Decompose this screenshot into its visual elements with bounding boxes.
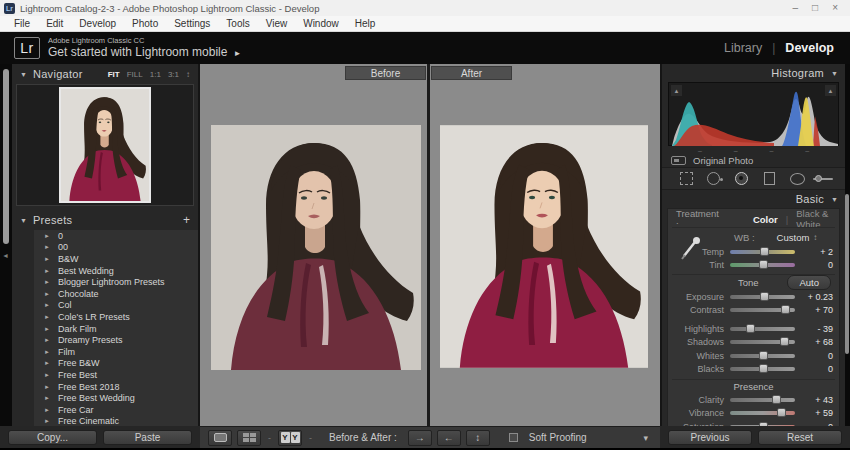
crop-overlay-tool[interactable] <box>674 170 698 188</box>
temp-slider[interactable] <box>730 250 795 254</box>
shadows-slider[interactable] <box>730 340 795 344</box>
preset-item[interactable]: ► Free Best Wedding <box>34 392 198 404</box>
preset-item[interactable]: ► Free Best <box>34 369 198 381</box>
highlights-slider[interactable] <box>730 327 795 331</box>
previous-button[interactable]: Previous <box>668 430 752 445</box>
menu-item[interactable]: Edit <box>38 18 71 29</box>
preset-item[interactable]: ► Cole's LR Presets <box>34 311 198 323</box>
compare-view: Before After <box>200 64 660 426</box>
right-scrollbar[interactable] <box>845 194 849 354</box>
soft-proofing-label: Soft Proofing <box>529 432 587 443</box>
bottom-bar: Copy... Paste - YY - Before & After : → … <box>0 426 850 448</box>
zoom-fill[interactable]: FILL <box>127 70 143 79</box>
loupe-view-button[interactable] <box>208 430 232 446</box>
menu-item[interactable]: File <box>6 18 38 29</box>
slider-vibrance: Vibrance + 59 <box>672 407 835 421</box>
basic-header[interactable]: Basic ▼ <box>662 190 845 208</box>
auto-tone-button[interactable]: Auto <box>787 275 831 290</box>
white-balance-dropper-icon[interactable] <box>680 236 702 264</box>
after-photo[interactable] <box>440 125 648 368</box>
reset-button[interactable]: Reset <box>758 430 842 445</box>
preset-item[interactable]: ► Free Car <box>34 404 198 416</box>
preset-item[interactable]: ► Free Best 2018 <box>34 381 198 393</box>
before-after-view-button[interactable] <box>237 430 261 446</box>
navigator-thumbnail <box>59 87 151 203</box>
presets-header[interactable]: ▼ Presets + <box>12 210 198 230</box>
treatment-color[interactable]: Color <box>753 214 778 225</box>
preset-item[interactable]: ► Col <box>34 300 198 312</box>
menu-item[interactable]: Settings <box>166 18 218 29</box>
zoom-1-1[interactable]: 1:1 <box>150 70 161 79</box>
zoom-3-1[interactable]: 3:1 <box>168 70 179 79</box>
before-photo[interactable] <box>211 125 421 370</box>
right-panel: Histogram ▼ ▲ ▲ –––– Original Photo <box>660 64 845 426</box>
add-preset-button[interactable]: + <box>183 213 190 227</box>
red-eye-tool[interactable] <box>730 170 754 188</box>
menu-item[interactable]: Tools <box>218 18 257 29</box>
preset-item[interactable]: ► Best Wedding <box>34 265 198 277</box>
preset-item[interactable]: ► Dark Film <box>34 323 198 335</box>
shadow-clipping-icon[interactable]: ▲ <box>671 85 682 96</box>
preset-item[interactable]: ► B&W <box>34 253 198 265</box>
whites-slider[interactable] <box>730 354 795 358</box>
vibrance-slider[interactable] <box>730 411 795 415</box>
original-photo-row[interactable]: Original Photo <box>662 153 845 168</box>
clarity-slider[interactable] <box>730 398 795 402</box>
tool-strip <box>662 168 845 190</box>
toolbar-options-icon[interactable]: ▾ <box>643 433 652 443</box>
exposure-slider[interactable] <box>730 295 795 299</box>
histogram-plot[interactable]: ▲ ▲ <box>668 82 839 146</box>
pane-divider <box>427 64 430 426</box>
preset-item[interactable]: ► Film <box>34 346 198 358</box>
preset-item[interactable]: ► Chocolate <box>34 288 198 300</box>
navigator-header[interactable]: ▼ Navigator FIT FILL 1:1 3:1 ↕ <box>12 64 198 84</box>
collapse-left-panel-icon[interactable]: ◄ <box>2 252 9 259</box>
menu-item[interactable]: Photo <box>124 18 166 29</box>
spot-removal-tool[interactable] <box>702 170 726 188</box>
histogram-ticks: –––– <box>662 146 845 153</box>
adjustment-brush-tool[interactable] <box>813 175 833 183</box>
copy-before-to-after-button[interactable]: → <box>408 430 432 446</box>
app-icon: Lr <box>4 3 15 14</box>
window-title: Lightroom Catalog-2-3 - Adobe Photoshop … <box>20 3 793 14</box>
before-after-mode-button[interactable]: YY <box>278 430 302 446</box>
menu-item[interactable]: Develop <box>71 18 124 29</box>
promo-link[interactable]: Get started with Lightroom mobile► <box>48 46 241 59</box>
minimize-button[interactable]: – <box>793 3 799 13</box>
graduated-filter-tool[interactable] <box>757 170 781 188</box>
preset-item[interactable]: ► Free B&W <box>34 358 198 370</box>
maximize-button[interactable]: □ <box>812 3 818 13</box>
menu-item[interactable]: Window <box>295 18 347 29</box>
preset-item[interactable]: ► Dreamy Presets <box>34 334 198 346</box>
slider-exposure: Exposure + 0.23 <box>672 290 835 304</box>
preset-item[interactable]: ► 0 <box>34 230 198 242</box>
left-scrollbar[interactable] <box>3 69 9 244</box>
module-develop[interactable]: Develop <box>785 41 834 55</box>
swap-before-after-button[interactable]: ↕ <box>466 430 490 446</box>
menu-item[interactable]: Help <box>347 18 384 29</box>
highlight-clipping-icon[interactable]: ▲ <box>825 85 836 96</box>
copy-after-to-before-button[interactable]: ← <box>437 430 461 446</box>
histogram-header[interactable]: Histogram ▼ <box>662 64 845 82</box>
zoom-fit[interactable]: FIT <box>108 70 120 79</box>
contrast-slider[interactable] <box>730 308 795 312</box>
tint-slider[interactable] <box>730 263 795 267</box>
paste-button[interactable]: Paste <box>103 430 192 445</box>
close-button[interactable]: × <box>832 3 838 13</box>
copy-button[interactable]: Copy... <box>8 430 97 445</box>
soft-proofing-checkbox[interactable] <box>509 433 518 442</box>
blacks-slider[interactable] <box>730 367 795 371</box>
navigator-preview[interactable] <box>16 84 194 206</box>
module-library[interactable]: Library <box>724 41 762 55</box>
wb-selected-value[interactable]: Custom <box>777 232 810 243</box>
updown-icon[interactable]: ↕ <box>186 70 190 79</box>
menu-item[interactable]: View <box>258 18 296 29</box>
menu-bar: FileEditDevelopPhotoSettingsToolsViewWin… <box>0 16 850 32</box>
preset-item[interactable]: ► Free Cinematic <box>34 416 198 427</box>
preset-item[interactable]: ► Blogger Lightroom Presets <box>34 276 198 288</box>
separator: - <box>307 433 314 443</box>
radial-filter-tool[interactable] <box>785 170 809 188</box>
slider-blacks: Blacks 0 <box>672 363 835 377</box>
toolbar: - YY - Before & After : → ← ↕ Soft Proof… <box>200 426 660 448</box>
preset-item[interactable]: ► 00 <box>34 242 198 254</box>
